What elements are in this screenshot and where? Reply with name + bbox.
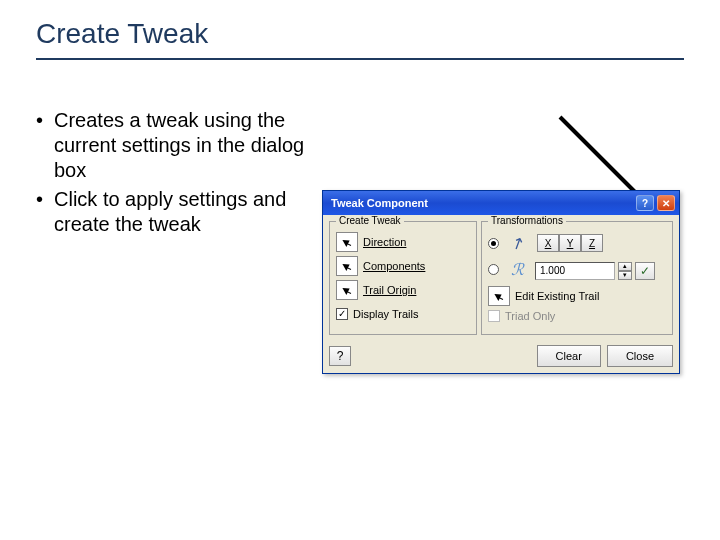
transformations-group: Transformations ↗ X Y Z ℛ 1.000 ▴ ▾ xyxy=(481,221,673,335)
rotate-icon: ℛ xyxy=(504,258,530,280)
edit-existing-trail-button[interactable] xyxy=(488,286,510,306)
translate-icon: ↗ xyxy=(504,232,530,254)
components-label: Components xyxy=(363,260,425,272)
create-tweak-group-label: Create Tweak xyxy=(336,215,404,226)
spin-down-button[interactable]: ▾ xyxy=(618,271,632,280)
bullet-dot: • xyxy=(36,108,54,183)
titlebar-close-button[interactable]: ✕ xyxy=(657,195,675,211)
bullet-item: • Creates a tweak using the current sett… xyxy=(36,108,316,183)
translate-radio[interactable] xyxy=(488,238,499,249)
titlebar-help-button[interactable]: ? xyxy=(636,195,654,211)
bullet-item: • Click to apply settings and create the… xyxy=(36,187,316,237)
cursor-icon xyxy=(342,285,351,295)
direction-label: Direction xyxy=(363,236,406,248)
axis-z-button[interactable]: Z xyxy=(581,234,603,252)
display-trails-label: Display Trails xyxy=(353,308,418,320)
pick-trail-origin-button[interactable] xyxy=(336,280,358,300)
rotate-radio[interactable] xyxy=(488,264,499,275)
dialog-title: Tweak Component xyxy=(331,197,428,209)
transformations-group-label: Transformations xyxy=(488,215,566,226)
axis-x-button[interactable]: X xyxy=(537,234,559,252)
cursor-icon xyxy=(342,261,351,271)
bullet-text: Creates a tweak using the current settin… xyxy=(54,108,316,183)
title-underline xyxy=(36,58,684,60)
display-trails-checkbox[interactable]: ✓ xyxy=(336,308,348,320)
triad-only-checkbox xyxy=(488,310,500,322)
triad-only-label: Triad Only xyxy=(505,310,555,322)
trail-origin-label: Trail Origin xyxy=(363,284,416,296)
dialog-titlebar[interactable]: Tweak Component ? ✕ xyxy=(323,191,679,215)
bullet-dot: • xyxy=(36,187,54,237)
edit-existing-trail-label: Edit Existing Trail xyxy=(515,290,599,302)
apply-tweak-button[interactable]: ✓ xyxy=(635,262,655,280)
bullet-list: • Creates a tweak using the current sett… xyxy=(36,108,316,241)
clear-button[interactable]: Clear xyxy=(537,345,601,367)
distance-input[interactable]: 1.000 xyxy=(535,262,615,280)
axis-y-button[interactable]: Y xyxy=(559,234,581,252)
bullet-text: Click to apply settings and create the t… xyxy=(54,187,316,237)
create-tweak-group: Create Tweak Direction Components Trail … xyxy=(329,221,477,335)
tweak-component-dialog: Tweak Component ? ✕ Create Tweak Directi… xyxy=(322,190,680,374)
cursor-icon xyxy=(342,237,351,247)
dialog-help-button[interactable]: ? xyxy=(329,346,351,366)
spin-up-button[interactable]: ▴ xyxy=(618,262,632,271)
cursor-icon xyxy=(494,291,503,301)
close-button[interactable]: Close xyxy=(607,345,673,367)
pick-direction-button[interactable] xyxy=(336,232,358,252)
slide-title: Create Tweak xyxy=(36,18,208,50)
pick-components-button[interactable] xyxy=(336,256,358,276)
